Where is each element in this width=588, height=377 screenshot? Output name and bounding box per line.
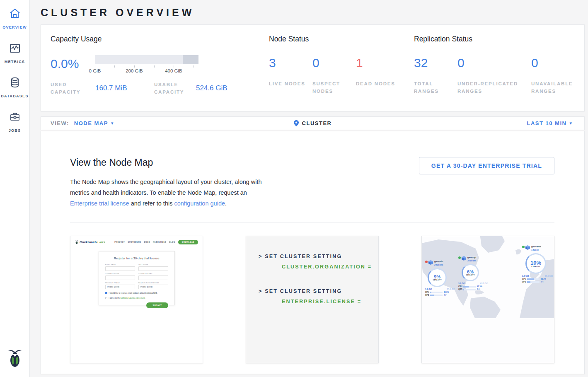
sidebar-item-overview[interactable]: OVERVIEW bbox=[0, 0, 30, 34]
chevron-down-icon[interactable]: ▾ bbox=[111, 121, 114, 126]
mini-field-label: COMPANY NAME bbox=[105, 273, 135, 275]
step1-card: Cockroach LABS PRODUCT CUSTOMERS DOCS RE… bbox=[70, 236, 203, 363]
database-icon bbox=[0, 76, 30, 89]
axis-tick-label: 400 GiB bbox=[165, 68, 182, 73]
sql-line: > SET CLUSTER SETTING bbox=[259, 254, 378, 260]
mini-checkbox-label: I agree to the Software License Agreemen… bbox=[109, 297, 145, 299]
sql-line: > SET CLUSTER SETTING bbox=[259, 288, 378, 295]
step2-card: > SET CLUSTER SETTING CLUSTER.ORGANIZATI… bbox=[246, 236, 379, 363]
brand-name: Cockroach bbox=[80, 240, 97, 244]
view-label: VIEW: bbox=[51, 120, 69, 126]
mini-field-label: COMPANY EMAIL bbox=[138, 273, 168, 275]
cpu-label: CPU bbox=[425, 291, 430, 293]
mini-field-label: REASON FOR INTEREST bbox=[138, 282, 168, 284]
node-count: 1 Node bbox=[531, 249, 539, 251]
capacity-donut: 9% CAPACITY bbox=[428, 268, 447, 287]
home-icon bbox=[0, 7, 30, 20]
axis-tick-label: 200 GiB bbox=[126, 68, 143, 73]
view-selector-dropdown[interactable]: NODE MAP bbox=[74, 120, 108, 126]
node-status-section: Node Status 3 LIVE NODES 0 SUSPECT NODES… bbox=[269, 35, 414, 111]
mini-input bbox=[105, 276, 135, 280]
capacity-axis-ticks bbox=[95, 64, 198, 68]
capacity-usage-section: Capacity Usage 0.0% 0 GiB 200 GiB bbox=[51, 35, 269, 111]
dead-nodes-label: DEAD NODES bbox=[356, 80, 395, 87]
mini-download-button: DOWNLOAD bbox=[178, 240, 198, 244]
trial-registration-form: Register for a 30-day trial license FIRS… bbox=[99, 251, 175, 305]
location-pin-icon bbox=[294, 120, 299, 126]
dead-nodes-value: 1 bbox=[356, 57, 399, 69]
step2-caption: Step 2: Activate the trial license with … bbox=[246, 363, 378, 363]
usable-capacity-label: USABLE CAPACITY bbox=[154, 81, 189, 96]
mini-submit-button: SUBMIT bbox=[146, 302, 168, 308]
node-map-panel: View the Node Map The Node Map shows the… bbox=[41, 131, 585, 374]
trial-registration-thumbnail: Cockroach LABS PRODUCT CUSTOMERS DOCS RE… bbox=[70, 236, 203, 363]
enterprise-trial-button[interactable]: GET A 30-DAY ENTERPRISE TRIAL bbox=[419, 157, 554, 174]
used-capacity-value: 160.7 MiB bbox=[95, 84, 154, 92]
node-map-description: The Node Map shows the geographical layo… bbox=[70, 176, 266, 209]
node-locality: geo=ams bbox=[531, 245, 541, 248]
node-capacity-percent: 10% bbox=[530, 260, 541, 266]
capacity-donut: 10% CAPACITY bbox=[525, 253, 546, 274]
mini-input bbox=[138, 276, 168, 280]
sql-line: ENTERPRISE.LICENSE = bbox=[282, 299, 378, 305]
live-nodes-value: 3 bbox=[269, 57, 312, 69]
enterprise-trial-license-link[interactable]: Enterprise trial license bbox=[70, 200, 129, 207]
node-total-capacity: 36.6 GiB bbox=[545, 275, 553, 277]
configuration-guide-link[interactable]: configuration guide bbox=[174, 200, 225, 207]
mini-checkbox-label: I would like to receive email updates ab… bbox=[109, 292, 157, 294]
suspect-nodes-label: SUSPECT NODES bbox=[312, 80, 352, 95]
step1-caption: Step 1: Get a trial license delivered st… bbox=[70, 363, 203, 363]
replication-status-section: Replication Status 32 TOTAL RANGES 0 UND… bbox=[414, 35, 575, 111]
qps-bar bbox=[430, 295, 443, 296]
suspect-nodes-stat: 0 SUSPECT NODES bbox=[312, 57, 356, 95]
map-node-ams: geo=ams 1 Node 10% CAPACITY 3.6 GiB 36.6… bbox=[522, 245, 553, 283]
qps-value: 0.0 bbox=[477, 288, 479, 290]
node-locality: geo=sfo bbox=[434, 260, 443, 263]
mini-select: Please Select bbox=[138, 285, 168, 289]
node-map-thumbnail: geo=sfo 2 Nodes 9% CAPACITY 3.2 GiB 35.1… bbox=[422, 236, 554, 363]
map-node-sfo: geo=sfo 2 Nodes 9% CAPACITY 3.2 GiB 35.1… bbox=[425, 260, 455, 296]
mini-nav-blog: BLOG bbox=[169, 241, 175, 243]
time-range-dropdown[interactable]: LAST 10 MIN ▾ bbox=[527, 120, 572, 126]
node-cube-icon bbox=[428, 260, 433, 265]
cockroachdb-logo[interactable] bbox=[7, 348, 23, 370]
node-total-capacity: 35.1 GiB bbox=[447, 288, 455, 290]
cpu-bar bbox=[430, 292, 443, 293]
sidebar-item-jobs[interactable]: JOBS bbox=[0, 103, 30, 138]
view-bar: VIEW: NODE MAP ▾ CLUSTER LAST 10 MIN ▾ bbox=[41, 116, 585, 130]
sidebar-item-metrics[interactable]: METRICS bbox=[0, 34, 30, 69]
replication-status-title: Replication Status bbox=[414, 35, 575, 44]
sidebar-item-label: METRICS bbox=[5, 60, 25, 64]
step3-card: geo=sfo 2 Nodes 9% CAPACITY 3.2 GiB 35.1… bbox=[421, 236, 554, 363]
main-content: CLUSTER OVERVIEW Capacity Usage 0.0% 0 bbox=[30, 0, 588, 377]
mini-checkbox-unchecked bbox=[105, 297, 107, 299]
capacity-label: CAPACITY bbox=[466, 274, 475, 276]
sql-line: CLUSTER.ORGANIZATION = bbox=[282, 264, 378, 270]
sidebar: OVERVIEW METRICS DATABASES bbox=[0, 0, 30, 377]
node-locality: geo=nyc bbox=[467, 256, 477, 259]
axis-tick-label: 0 GiB bbox=[89, 68, 101, 73]
mini-input bbox=[105, 266, 135, 271]
node-count: 2 Nodes bbox=[434, 263, 443, 266]
capacity-bar-reserved-segment bbox=[183, 55, 198, 64]
mini-nav-docs: DOCS bbox=[144, 241, 150, 243]
unavailable-ranges-stat: 0 UNAVAILABLE RANGES bbox=[531, 57, 575, 95]
section-divider bbox=[70, 222, 554, 222]
node-status-dot-green bbox=[522, 246, 525, 248]
total-ranges-stat: 32 TOTAL RANGES bbox=[414, 57, 457, 95]
description-text: The Node Map shows the geographical layo… bbox=[70, 179, 262, 196]
sidebar-item-label: DATABASES bbox=[1, 94, 28, 98]
map-node-nyc: geo=nyc 2 Nodes 6% CAPACITY 3.7 GiB 63.7… bbox=[458, 256, 488, 290]
breadcrumb[interactable]: CLUSTER bbox=[294, 120, 332, 126]
node-status-dot-green bbox=[458, 256, 461, 259]
sidebar-item-label: OVERVIEW bbox=[2, 25, 27, 29]
mini-nav-resources: RESOURCES bbox=[153, 241, 166, 243]
mini-select: Please Select bbox=[105, 285, 135, 289]
node-total-capacity: 63.7 GiB bbox=[480, 283, 488, 285]
qps-bar bbox=[527, 281, 540, 283]
live-nodes-label: LIVE NODES bbox=[269, 80, 308, 87]
qps-label: QPS bbox=[458, 288, 463, 290]
cluster-summary-panel: Capacity Usage 0.0% 0 GiB 200 GiB bbox=[41, 24, 585, 111]
sidebar-item-databases[interactable]: DATABASES bbox=[0, 69, 30, 103]
cpu-value: 42.5% bbox=[477, 285, 482, 288]
